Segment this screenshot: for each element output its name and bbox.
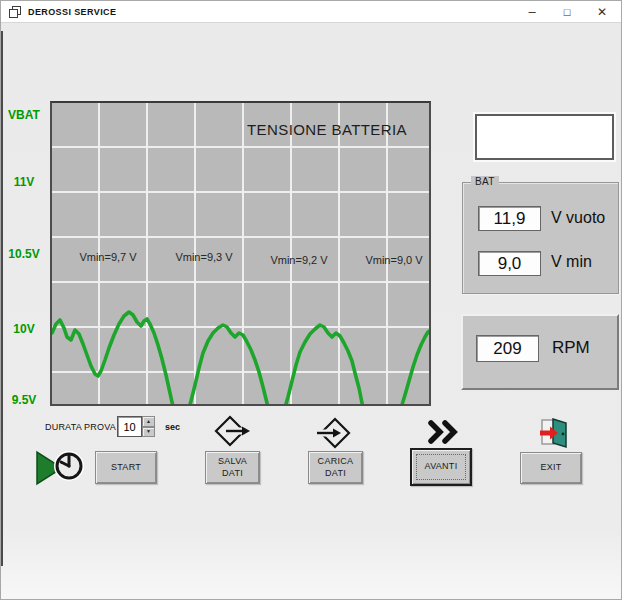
vmin-annotation-3: Vmin=9,2 V [270, 254, 327, 266]
v-vuoto-label: V vuoto [551, 209, 605, 227]
spin-up-icon[interactable]: ▲ [142, 416, 155, 427]
avanti-button[interactable]: AVANTI [410, 448, 472, 486]
vmin-annotation-1: Vmin=9,7 V [79, 251, 136, 263]
rpm-field[interactable]: 209 [476, 335, 539, 362]
play-clock-icon[interactable] [34, 445, 86, 489]
focus-rectangle [416, 454, 466, 480]
rpm-label: RPM [552, 338, 590, 358]
durata-prova-input[interactable]: 10 [117, 416, 142, 437]
title-bar: DEROSSI SERVICE – □ ✕ [1, 1, 621, 23]
window-title: DEROSSI SERVICE [28, 7, 116, 17]
app-window: DEROSSI SERVICE – □ ✕ VBAT 11V 10.5V 10V… [0, 0, 622, 600]
forward-icon[interactable] [425, 420, 461, 444]
bat-groupbox: BAT 11,9 V vuoto 9,0 V min [462, 182, 619, 294]
v-min-label: V min [551, 253, 592, 271]
exit-door-icon[interactable] [539, 417, 569, 449]
chart-title: TENSIONE BATTERIA [247, 121, 407, 138]
vmin-annotation-2: Vmin=9,3 V [175, 251, 232, 263]
exit-button[interactable]: EXIT [520, 452, 582, 484]
close-button[interactable]: ✕ [585, 1, 619, 22]
durata-prova-label: DURATA PROVA [45, 422, 116, 432]
vmin-annotation-4: Vmin=9,0 V [365, 254, 422, 266]
sec-unit-label: sec [165, 422, 180, 432]
maximize-button[interactable]: □ [550, 1, 584, 22]
carica-dati-button[interactable]: CARICA DATI [308, 451, 363, 484]
y-axis-label-11v: 11V [1, 175, 47, 189]
spin-down-icon[interactable]: ▼ [142, 427, 155, 438]
y-axis-label-10v: 10V [1, 322, 47, 336]
salva-dati-button[interactable]: SALVA DATI [205, 451, 260, 484]
minimize-button[interactable]: – [515, 1, 549, 22]
y-axis-label-10-5v: 10.5V [1, 247, 47, 261]
message-display-box[interactable] [475, 114, 614, 160]
y-axis-label-vbat: VBAT [1, 108, 47, 122]
y-axis-label-9-5v: 9.5V [1, 393, 47, 407]
start-button[interactable]: START [95, 451, 157, 484]
battery-voltage-chart: TENSIONE BATTERIA Vmin=9,7 V Vmin=9,3 V … [50, 101, 431, 406]
durata-prova-stepper: ▲ ▼ [142, 416, 155, 437]
v-min-field[interactable]: 9,0 [478, 251, 541, 276]
waveform-path [52, 312, 431, 406]
bat-groupbox-legend: BAT [471, 176, 499, 187]
v-vuoto-field[interactable]: 11,9 [478, 206, 541, 231]
app-icon [9, 6, 21, 18]
carica-dati-icon[interactable] [315, 417, 355, 451]
salva-dati-icon[interactable] [212, 415, 252, 449]
rpm-panel: 209 RPM [461, 314, 619, 390]
